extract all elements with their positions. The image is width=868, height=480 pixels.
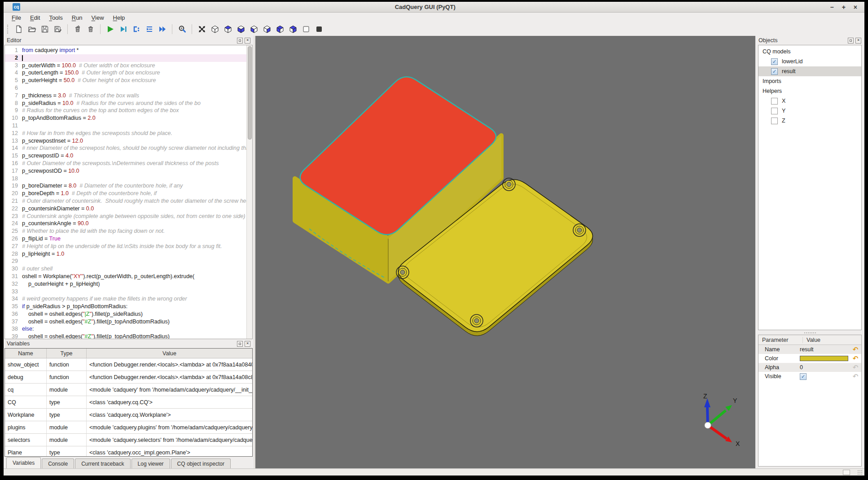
visibility-checkbox[interactable]: [771, 118, 778, 124]
code-line[interactable]: 6: [5, 84, 246, 92]
visibility-checkbox[interactable]: [771, 98, 778, 105]
tree-group-helpers[interactable]: Helpers: [758, 86, 861, 96]
menu-item-run[interactable]: Run: [67, 13, 87, 22]
code-area[interactable]: 1from cadquery import *23p_outerWidth = …: [5, 45, 246, 339]
float-panel-icon[interactable]: [237, 341, 243, 347]
toolbar-drag-handle[interactable]: [7, 25, 9, 34]
tab-console[interactable]: Console: [42, 458, 74, 468]
code-line[interactable]: 23# Countersink angle (complete angle be…: [5, 213, 246, 220]
debug-step-button[interactable]: [118, 24, 129, 35]
code-line[interactable]: 17p_screwpostOD = 10.0: [5, 167, 246, 175]
view-bottom-button[interactable]: [235, 24, 246, 35]
variables-column-header[interactable]: Value: [87, 349, 252, 358]
code-line[interactable]: 19p_boreDiameter = 8.0 # Diameter of the…: [5, 182, 246, 190]
code-line[interactable]: 7p_thickness = 3.0 # Thickness of the bo…: [5, 92, 246, 100]
title-bar[interactable]: cq CadQuery GUI (PyQT) − + ×: [4, 2, 864, 13]
code-line[interactable]: 32 p_outerHeight + p_lipHeight): [5, 280, 246, 288]
menu-item-file[interactable]: File: [7, 13, 26, 22]
undo-icon[interactable]: ↶: [850, 363, 860, 371]
run-script-button[interactable]: [105, 24, 116, 35]
code-line[interactable]: 13p_screwpostInset = 12.0: [5, 137, 246, 145]
code-line[interactable]: 26p_flipLid = True: [5, 235, 246, 243]
delete-item-button[interactable]: [72, 24, 83, 35]
tab-cq-object-inspector[interactable]: CQ object inspector: [171, 458, 231, 468]
param-row-color[interactable]: Color↶: [758, 354, 861, 363]
tab-current-traceback[interactable]: Current traceback: [75, 458, 130, 468]
tree-item-z[interactable]: Z: [758, 116, 861, 126]
code-line[interactable]: 9# Radius for the curves on the top and …: [5, 107, 246, 114]
code-line[interactable]: 14# nner Diameter of the screwpost holes…: [5, 144, 246, 152]
float-panel-icon[interactable]: [848, 38, 854, 44]
tree-item-x[interactable]: X: [758, 96, 861, 106]
code-line[interactable]: 12# How far in from the edges the screwp…: [5, 130, 246, 137]
code-line[interactable]: 16# Outer Diameter of the screwposts.\nD…: [5, 160, 246, 167]
code-line[interactable]: 8p_sideRadius = 10.0 # Radius for the cu…: [5, 100, 246, 107]
view-left-button[interactable]: [248, 24, 259, 35]
code-line[interactable]: 18: [5, 175, 246, 183]
clear-all-button[interactable]: [85, 24, 96, 35]
minimize-button[interactable]: −: [830, 4, 833, 10]
new-file-button[interactable]: [13, 24, 24, 35]
code-line[interactable]: 24p_countersinkAngle = 90.0: [5, 220, 246, 227]
menu-item-edit[interactable]: Edit: [26, 13, 44, 22]
view-back-button[interactable]: [287, 24, 298, 35]
view-top-button[interactable]: [222, 24, 233, 35]
save-button[interactable]: [39, 24, 50, 35]
tree-item-y[interactable]: Y: [758, 106, 861, 116]
tree-item-result[interactable]: ✓result: [758, 66, 861, 76]
visibility-checkbox[interactable]: [771, 108, 778, 114]
variable-row[interactable]: pluginsmodule<module 'cadquery.plugins' …: [5, 421, 252, 434]
code-line[interactable]: 36 oshell = oshell.edges("|Z").fillet(p_…: [5, 310, 246, 318]
editor-scrollbar[interactable]: [246, 45, 252, 339]
view-front-button[interactable]: [274, 24, 285, 35]
visible-checkbox[interactable]: ✓: [800, 373, 807, 380]
close-panel-icon[interactable]: ✕: [245, 341, 250, 347]
float-panel-icon[interactable]: [237, 38, 243, 44]
undo-icon[interactable]: ↶: [850, 354, 860, 362]
menu-item-tools[interactable]: Tools: [44, 13, 67, 22]
resize-grip[interactable]: [857, 470, 863, 475]
variables-column-header[interactable]: Type: [47, 349, 87, 358]
code-line[interactable]: 21# Outer diameter of countersink. Shoul…: [5, 197, 246, 205]
code-line[interactable]: 10p_topAndBottomRadius = 2.0: [5, 114, 246, 122]
param-column-header[interactable]: Parameter: [762, 337, 802, 343]
code-line[interactable]: 5p_outerHeight = 50.0 # Outer height of …: [5, 77, 246, 84]
code-line[interactable]: 27# Height of lip on the underside of th…: [5, 243, 246, 250]
fit-all-button[interactable]: [196, 24, 207, 35]
tree-group-cq-models[interactable]: CQ models: [758, 47, 861, 57]
step-into-button[interactable]: [131, 24, 142, 35]
cad-scene[interactable]: Z Y X: [255, 36, 755, 468]
param-splitter[interactable]: [755, 331, 864, 335]
shaded-view-button[interactable]: [313, 24, 324, 35]
code-line[interactable]: 30# outer shell: [5, 265, 246, 273]
code-line[interactable]: 38else:: [5, 325, 246, 333]
visibility-checkbox[interactable]: ✓: [771, 58, 778, 65]
view-right-button[interactable]: [261, 24, 272, 35]
variable-row[interactable]: selectorsmodule<module 'cadquery.selecto…: [5, 434, 252, 446]
variable-row[interactable]: cqmodule<module 'cadquery' from '/home/a…: [5, 384, 252, 396]
code-line[interactable]: 2: [5, 54, 246, 62]
variable-row[interactable]: Planetype<class 'cadquery.occ_impl.geom.…: [5, 446, 252, 457]
param-row-name[interactable]: Nameresult↶: [758, 345, 861, 354]
status-button[interactable]: [843, 470, 850, 475]
visibility-checkbox[interactable]: ✓: [771, 68, 778, 75]
tab-log-viewer[interactable]: Log viewer: [132, 458, 170, 468]
close-button[interactable]: ×: [854, 4, 857, 10]
code-line[interactable]: 20p_boreDepth = 1.0 # Depth of the count…: [5, 190, 246, 197]
undo-icon[interactable]: ↶: [850, 372, 860, 380]
code-line[interactable]: 33: [5, 288, 246, 296]
variables-column-header[interactable]: Name: [5, 349, 47, 358]
view-iso-button[interactable]: [209, 24, 220, 35]
code-line[interactable]: 15p_screwpostID = 4.0: [5, 152, 246, 160]
zoom-search-button[interactable]: [176, 24, 188, 35]
variable-row[interactable]: CQtype<class 'cadquery.cq.CQ'>: [5, 396, 252, 409]
undo-icon[interactable]: ↶: [850, 345, 860, 353]
param-column-header[interactable]: Value: [802, 337, 861, 343]
close-panel-icon[interactable]: ✕: [855, 38, 861, 44]
save-as-button[interactable]: [52, 24, 63, 35]
open-file-button[interactable]: [26, 24, 37, 35]
code-line[interactable]: 35if p_sideRadius > p_topAndBottomRadius…: [5, 303, 246, 310]
code-line[interactable]: 25# Whether to place the lid with the to…: [5, 227, 246, 235]
code-line[interactable]: 1from cadquery import *: [5, 47, 246, 54]
viewport-3d[interactable]: Z Y X: [255, 36, 755, 468]
